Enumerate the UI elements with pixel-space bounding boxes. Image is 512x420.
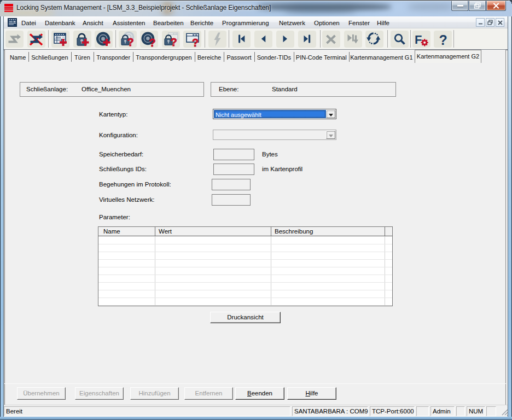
svg-text:?: ? — [439, 32, 447, 48]
svg-text:F: F — [415, 33, 422, 46]
svg-text:?: ? — [127, 36, 133, 48]
svg-text:?: ? — [170, 36, 177, 48]
svg-text:?: ? — [192, 37, 199, 49]
svg-text:?: ? — [149, 37, 156, 49]
